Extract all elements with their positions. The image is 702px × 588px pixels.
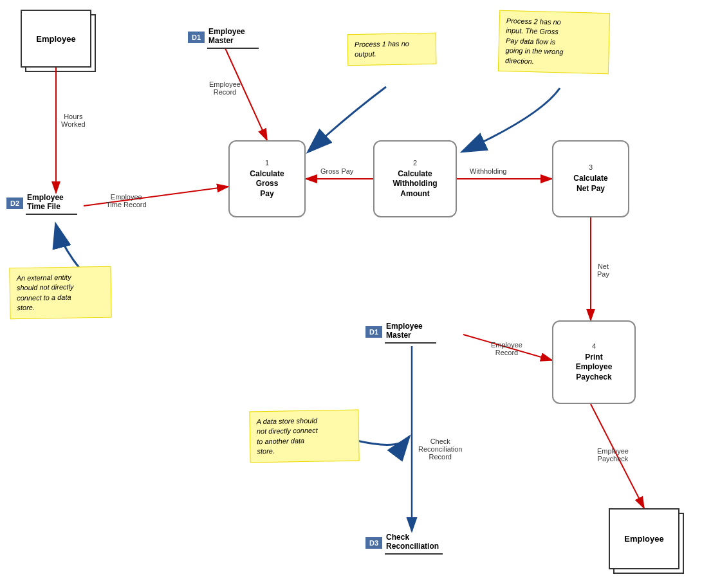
entity-employee-top: Employee	[21, 10, 91, 68]
datastore-d1-bottom: D1 EmployeeMaster	[365, 320, 436, 344]
datastore-d3: D3 CheckReconciliation	[365, 531, 443, 555]
datastore-d1-top: D1 EmployeeMaster	[188, 26, 259, 49]
process-1: 1 CalculateGrossPay	[228, 140, 306, 217]
process-1-num: 1	[265, 159, 269, 167]
label-hours-worked: HoursWorked	[61, 113, 86, 128]
label-employee-record-top: EmployeeRecord	[209, 80, 241, 96]
sticky-2: Process 2 has noinput. The GrossPay data…	[498, 10, 610, 74]
label-employee-paycheck: EmployeePaycheck	[597, 447, 629, 463]
ds-d1-bottom-code: D1	[365, 326, 382, 338]
process-2-num: 2	[413, 159, 417, 167]
process-3-label: CalculateNet Pay	[573, 174, 607, 194]
diagram-container: Employee Employee D1 EmployeeMaster D2 E…	[0, 0, 702, 588]
process-3: 3 CalculateNet Pay	[552, 140, 629, 217]
process-4-label: PrintEmployeePaycheck	[576, 353, 613, 383]
label-check-reconciliation-record: CheckReconciliationRecord	[418, 437, 462, 461]
process-4-num: 4	[592, 342, 596, 350]
label-gross-pay: Gross Pay	[320, 167, 353, 175]
datastore-d2: D2 EmployeeTime File	[6, 192, 77, 215]
process-1-label: CalculateGrossPay	[250, 169, 284, 199]
ds-d2-code: D2	[6, 198, 23, 209]
process-2: 2 CalculateWithholdingAmount	[373, 140, 457, 217]
ds-d1-bottom-name: EmployeeMaster	[385, 320, 436, 344]
sticky-4: A data store shouldnot directly connectt…	[249, 410, 359, 463]
label-employee-record-bottom: EmployeeRecord	[491, 341, 522, 356]
ds-d1-top-code: D1	[188, 32, 205, 43]
ds-d1-top-name: EmployeeMaster	[207, 26, 259, 49]
ds-d2-name: EmployeeTime File	[26, 192, 77, 215]
sticky-1: Process 1 has no output.	[347, 33, 437, 66]
sticky-3: An external entityshould not directlycon…	[9, 266, 111, 319]
process-4: 4 PrintEmployeePaycheck	[552, 320, 636, 404]
entity-employee-bottom: Employee	[609, 508, 679, 569]
label-withholding: Withholding	[470, 167, 506, 175]
process-3-num: 3	[589, 163, 593, 171]
label-net-pay: NetPay	[597, 262, 609, 278]
svg-line-5	[84, 187, 228, 206]
label-employee-time-record: EmployeeTime Record	[106, 193, 147, 208]
ds-d3-code: D3	[365, 537, 382, 549]
process-2-label: CalculateWithholdingAmount	[393, 169, 437, 199]
ds-d3-name: CheckReconciliation	[385, 531, 443, 555]
